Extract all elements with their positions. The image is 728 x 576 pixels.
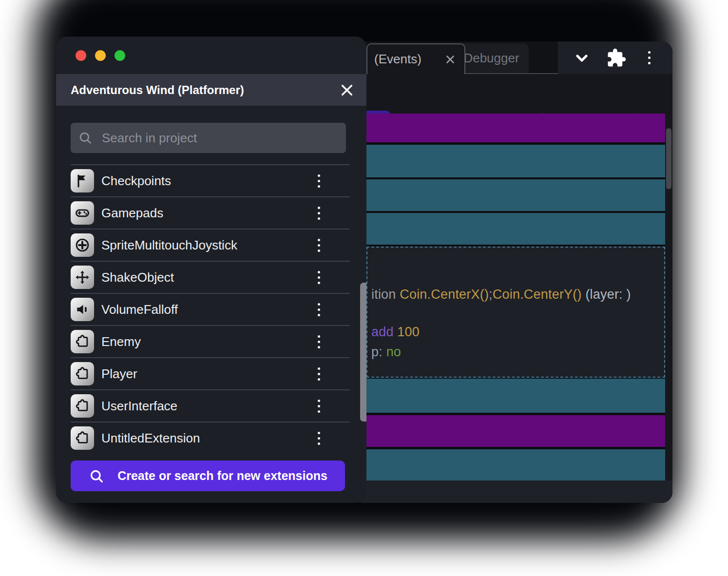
- extension-icon-tile: [71, 201, 94, 225]
- event-row-teal[interactable]: [366, 379, 665, 413]
- list-item-spritemultitouchjoystick[interactable]: SpriteMultitouchJoystick: [71, 229, 350, 261]
- extension-name: VolumeFalloff: [101, 302, 310, 317]
- joystick-icon: [75, 237, 90, 253]
- item-kebab-menu-icon[interactable]: [310, 203, 327, 223]
- extension-name: Gamepads: [101, 206, 310, 221]
- puzzle-icon: [75, 398, 90, 414]
- extensions-puzzle-icon[interactable]: [606, 48, 627, 68]
- list-item-enemy[interactable]: Enemy: [71, 325, 350, 357]
- project-manager-window: Adventurous Wind (Platformer) Checkpoint…: [56, 37, 366, 503]
- flag-icon: [75, 173, 90, 189]
- event-row-teal[interactable]: [366, 449, 665, 481]
- list-item-volumefalloff[interactable]: VolumeFalloff: [71, 293, 350, 325]
- gamepad-icon: [75, 205, 90, 221]
- extension-list: Checkpoints Gamepads SpriteMultitouchJoy…: [56, 37, 366, 503]
- search-icon: [88, 468, 105, 484]
- extension-name: UntitledExtension: [101, 431, 310, 446]
- puzzle-icon: [75, 430, 90, 446]
- item-kebab-menu-icon[interactable]: [310, 300, 327, 319]
- puzzle-icon: [75, 366, 90, 382]
- tab-debugger-label: Debugger: [463, 51, 519, 66]
- event-row-purple[interactable]: [366, 114, 665, 142]
- event-row-teal[interactable]: [366, 145, 665, 177]
- close-tab-icon[interactable]: [443, 52, 458, 67]
- extension-name: Checkpoints: [101, 173, 310, 189]
- list-item-player[interactable]: Player: [71, 357, 350, 389]
- event-row-teal[interactable]: [366, 213, 665, 245]
- event-code-line2: add 100: [371, 325, 420, 340]
- screenshot-stage: (Events) Debugger: [0, 0, 728, 576]
- extension-icon-tile: [71, 233, 94, 257]
- extension-icon-tile: [71, 169, 94, 192]
- list-item-shakeobject[interactable]: ShakeObject: [71, 261, 350, 293]
- tab-events[interactable]: (Events): [366, 43, 465, 74]
- move-icon: [75, 269, 90, 285]
- event-code-line1: ition Coin.CenterX();Coin.CenterY() (lay…: [371, 287, 631, 302]
- extension-icon-tile: [71, 426, 94, 450]
- create-extension-button[interactable]: Create or search for new extensions: [71, 461, 345, 491]
- panel-scrollbar-thumb[interactable]: [360, 283, 366, 422]
- extension-name: UserInterface: [101, 399, 310, 414]
- chevron-down-icon[interactable]: [572, 48, 592, 68]
- kebab-menu-icon[interactable]: [641, 48, 658, 68]
- item-kebab-menu-icon[interactable]: [310, 268, 327, 287]
- extension-icon-tile: [71, 362, 94, 385]
- puzzle-icon: [75, 334, 90, 349]
- extension-icon-tile: [71, 330, 94, 353]
- item-kebab-menu-icon[interactable]: [310, 364, 327, 384]
- list-item-untitledextension[interactable]: UntitledExtension: [71, 422, 350, 454]
- event-row-selected[interactable]: ition Coin.CenterX();Coin.CenterY() (lay…: [366, 247, 665, 378]
- event-row-teal[interactable]: [366, 179, 665, 211]
- list-item-gamepads[interactable]: Gamepads: [71, 196, 350, 229]
- extension-icon-tile: [71, 266, 94, 289]
- speaker-icon: [75, 302, 90, 317]
- item-kebab-menu-icon[interactable]: [310, 396, 327, 416]
- event-sheet-footer: [361, 480, 672, 503]
- list-item-checkpoints[interactable]: Checkpoints: [71, 164, 350, 196]
- extension-icon-tile: [71, 394, 94, 418]
- extension-name: SpriteMultitouchJoystick: [101, 238, 310, 253]
- event-row-purple[interactable]: [366, 415, 665, 447]
- tab-events-label: (Events): [374, 52, 421, 67]
- extension-icon-tile: [71, 298, 94, 321]
- create-extension-label: Create or search for new extensions: [117, 469, 327, 483]
- window-controls: [558, 41, 672, 74]
- extension-name: Enemy: [101, 334, 310, 349]
- item-kebab-menu-icon[interactable]: [310, 332, 327, 351]
- events-scrollbar-thumb[interactable]: [666, 128, 671, 189]
- extension-name: Player: [101, 366, 310, 382]
- event-code-line3: p: no: [371, 345, 401, 360]
- item-kebab-menu-icon[interactable]: [310, 428, 327, 448]
- item-kebab-menu-icon[interactable]: [310, 235, 327, 255]
- list-item-userinterface[interactable]: UserInterface: [71, 389, 350, 422]
- item-kebab-menu-icon[interactable]: [310, 171, 327, 191]
- extension-name: ShakeObject: [101, 270, 310, 285]
